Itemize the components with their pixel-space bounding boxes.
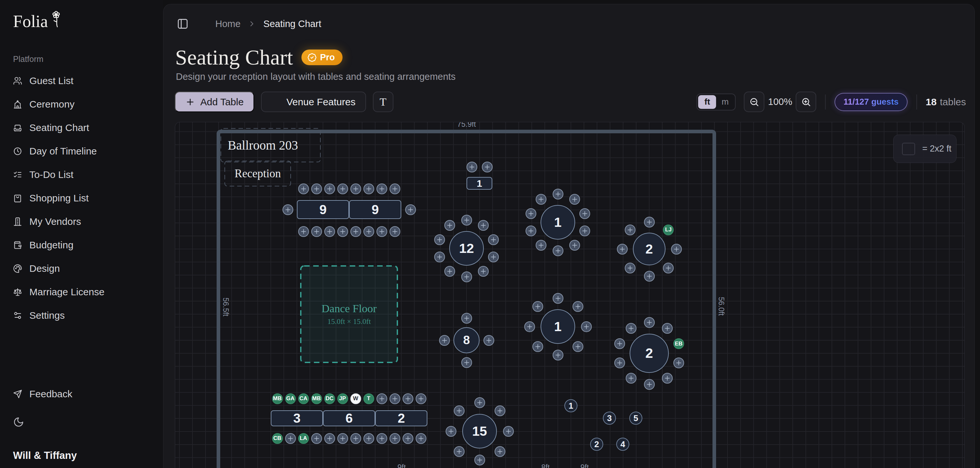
empty-seat[interactable] bbox=[573, 341, 583, 352]
empty-seat[interactable] bbox=[626, 323, 636, 334]
add-table-button[interactable]: Add Table bbox=[175, 92, 254, 112]
sidebar-item-budgeting[interactable]: Budgeting bbox=[0, 233, 163, 257]
empty-seat[interactable] bbox=[532, 301, 543, 312]
empty-seat[interactable] bbox=[350, 433, 361, 444]
empty-seat[interactable] bbox=[298, 184, 309, 194]
zoom-out-button[interactable] bbox=[744, 92, 764, 112]
empty-seat[interactable] bbox=[285, 433, 296, 444]
empty-seat[interactable] bbox=[350, 184, 361, 194]
empty-seat[interactable] bbox=[617, 244, 628, 255]
empty-seat[interactable] bbox=[625, 225, 635, 235]
empty-seat[interactable] bbox=[662, 323, 673, 334]
empty-seat[interactable] bbox=[532, 341, 543, 352]
empty-seat[interactable] bbox=[324, 184, 335, 194]
empty-seat[interactable] bbox=[626, 373, 636, 384]
sidebar-item-marriage-license[interactable]: Marriage License bbox=[0, 280, 163, 304]
empty-seat[interactable] bbox=[461, 271, 472, 282]
rect-table-6[interactable]: 6 bbox=[323, 410, 375, 426]
chair-2[interactable]: 2 bbox=[590, 438, 603, 451]
empty-seat[interactable] bbox=[311, 184, 322, 194]
empty-seat[interactable] bbox=[579, 208, 590, 219]
empty-seat[interactable] bbox=[337, 184, 348, 194]
app-logo[interactable]: Folia bbox=[13, 13, 64, 30]
empty-seat[interactable] bbox=[434, 234, 445, 245]
chair-4[interactable]: 4 bbox=[616, 438, 629, 451]
empty-seat[interactable] bbox=[337, 226, 348, 237]
sidebar-item-to-do-list[interactable]: To-Do List bbox=[0, 163, 163, 186]
empty-seat[interactable] bbox=[390, 433, 400, 444]
empty-seat[interactable] bbox=[390, 184, 400, 194]
sidebar-item-feedback[interactable]: Feedback bbox=[0, 382, 163, 406]
empty-seat[interactable] bbox=[461, 357, 472, 368]
empty-seat[interactable] bbox=[415, 433, 426, 444]
empty-seat[interactable] bbox=[488, 234, 499, 245]
round-table-15[interactable]: 15 bbox=[462, 414, 497, 449]
round-table-1[interactable]: 1 bbox=[541, 309, 575, 344]
sidebar-item-my-vendors[interactable]: My Vendors bbox=[0, 210, 163, 233]
text-tool-button[interactable]: T bbox=[373, 92, 393, 112]
empty-seat[interactable] bbox=[363, 184, 374, 194]
empty-seat[interactable] bbox=[581, 321, 592, 332]
empty-seat[interactable] bbox=[444, 266, 455, 277]
guest-seat-MB[interactable]: MB bbox=[272, 393, 283, 404]
empty-seat[interactable] bbox=[553, 189, 563, 200]
empty-seat[interactable] bbox=[405, 204, 416, 215]
rect-table-9[interactable]: 9 bbox=[349, 200, 401, 219]
empty-seat[interactable] bbox=[390, 393, 400, 404]
empty-seat[interactable] bbox=[478, 266, 489, 277]
round-table-8[interactable]: 8 bbox=[453, 327, 480, 353]
empty-seat[interactable] bbox=[283, 204, 293, 215]
rect-table-3[interactable]: 3 bbox=[271, 410, 323, 426]
empty-seat[interactable] bbox=[673, 357, 684, 368]
empty-seat[interactable] bbox=[454, 446, 465, 457]
empty-seat[interactable] bbox=[553, 350, 563, 360]
empty-seat[interactable] bbox=[390, 226, 400, 237]
empty-seat[interactable] bbox=[445, 426, 457, 437]
empty-seat[interactable] bbox=[536, 240, 546, 251]
guest-seat-W[interactable]: W bbox=[350, 393, 361, 404]
empty-seat[interactable] bbox=[324, 226, 335, 237]
guest-seat-MB[interactable]: MB bbox=[311, 393, 322, 404]
sidebar-item-settings[interactable]: Settings bbox=[0, 304, 163, 327]
empty-seat[interactable] bbox=[525, 225, 536, 236]
empty-seat[interactable] bbox=[525, 208, 536, 219]
empty-seat[interactable] bbox=[482, 162, 493, 172]
empty-seat[interactable] bbox=[644, 317, 655, 328]
empty-seat[interactable] bbox=[363, 433, 374, 444]
unit-ft-button[interactable]: ft bbox=[698, 95, 716, 109]
empty-seat[interactable] bbox=[671, 244, 682, 255]
empty-seat[interactable] bbox=[363, 226, 374, 237]
empty-seat[interactable] bbox=[553, 246, 563, 256]
empty-seat[interactable] bbox=[350, 226, 361, 237]
empty-seat[interactable] bbox=[503, 426, 514, 437]
empty-seat[interactable] bbox=[461, 215, 472, 225]
empty-seat[interactable] bbox=[524, 321, 535, 332]
sidebar-item-shopping-list[interactable]: Shopping List bbox=[0, 186, 163, 210]
empty-seat[interactable] bbox=[495, 405, 505, 416]
round-table-2[interactable]: 2 bbox=[633, 233, 665, 265]
empty-seat[interactable] bbox=[495, 446, 505, 457]
empty-seat[interactable] bbox=[573, 301, 583, 312]
empty-seat[interactable] bbox=[377, 184, 387, 194]
empty-seat[interactable] bbox=[461, 313, 472, 324]
sidebar-item-guest-list[interactable]: Guest List bbox=[0, 69, 163, 92]
guest-seat-CA[interactable]: CA bbox=[298, 393, 309, 404]
empty-seat[interactable] bbox=[644, 379, 655, 390]
empty-seat[interactable] bbox=[415, 393, 426, 404]
empty-seat[interactable] bbox=[466, 162, 477, 172]
guest-seat-EB[interactable]: EB bbox=[673, 338, 684, 349]
empty-seat[interactable] bbox=[377, 433, 387, 444]
unit-m-button[interactable]: m bbox=[716, 95, 734, 109]
rect-table-1[interactable]: 1 bbox=[466, 177, 492, 190]
empty-seat[interactable] bbox=[434, 252, 445, 262]
empty-seat[interactable] bbox=[644, 217, 655, 227]
empty-seat[interactable] bbox=[324, 433, 335, 444]
guest-seat-DC[interactable]: DC bbox=[324, 393, 335, 404]
empty-seat[interactable] bbox=[439, 335, 450, 346]
zoom-in-button[interactable] bbox=[795, 92, 816, 112]
empty-seat[interactable] bbox=[569, 194, 580, 205]
empty-seat[interactable] bbox=[377, 393, 387, 404]
guest-seat-T[interactable]: T bbox=[363, 393, 374, 404]
guest-seat-CB[interactable]: CB bbox=[272, 433, 283, 444]
round-table-1[interactable]: 1 bbox=[541, 205, 575, 240]
